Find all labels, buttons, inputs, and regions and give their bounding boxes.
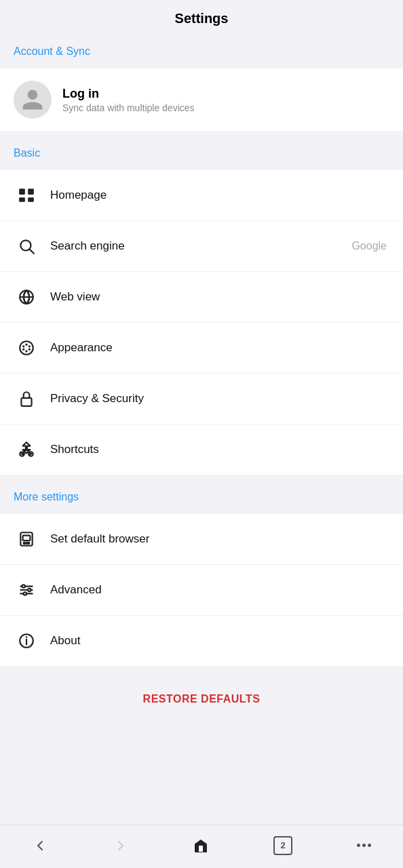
account-card[interactable]: Log in Sync data with multiple devices xyxy=(0,68,403,131)
svg-point-8 xyxy=(20,341,33,355)
homepage-item[interactable]: Homepage xyxy=(0,170,403,221)
account-sync-label: Account & Sync xyxy=(0,35,403,63)
web-view-label: Web view xyxy=(50,290,389,304)
search-engine-label: Search engine xyxy=(50,239,351,253)
svg-rect-1 xyxy=(28,189,34,195)
forward-icon xyxy=(113,837,129,854)
user-icon xyxy=(20,87,45,112)
search-icon xyxy=(14,233,39,259)
lock-icon xyxy=(14,386,39,412)
account-info: Log in Sync data with multiple devices xyxy=(62,87,195,113)
svg-point-9 xyxy=(22,345,24,347)
svg-point-31 xyxy=(26,637,26,637)
svg-rect-3 xyxy=(28,197,34,202)
bottom-nav: 2 xyxy=(0,825,403,868)
menu-button[interactable] xyxy=(346,838,382,852)
svg-point-28 xyxy=(24,592,26,595)
forward-button[interactable] xyxy=(102,832,140,859)
search-engine-value: Google xyxy=(351,240,387,252)
appearance-item[interactable]: Appearance xyxy=(0,323,403,374)
menu-dots-icon xyxy=(357,844,371,847)
homepage-label: Homepage xyxy=(50,189,389,202)
restore-defaults-button[interactable]: RESTORE DEFAULTS xyxy=(143,693,261,705)
home-button[interactable] xyxy=(182,832,220,859)
restore-section: RESTORE DEFAULTS xyxy=(0,671,403,722)
svg-point-13 xyxy=(25,350,27,352)
back-button[interactable] xyxy=(21,832,59,859)
search-engine-item[interactable]: Search engine Google xyxy=(0,221,403,272)
settings-content: Account & Sync Log in Sync data with mul… xyxy=(0,35,403,825)
tabs-button[interactable]: 2 xyxy=(263,831,303,861)
appearance-icon xyxy=(14,335,39,361)
shortcuts-icon xyxy=(14,437,39,462)
settings-header: Settings xyxy=(0,0,403,35)
advanced-icon xyxy=(14,577,39,603)
advanced-item[interactable]: Advanced xyxy=(0,565,403,616)
more-settings-label: More settings xyxy=(0,480,403,509)
svg-point-21 xyxy=(26,542,27,544)
homepage-icon xyxy=(14,182,39,208)
svg-point-12 xyxy=(28,349,31,351)
webview-icon xyxy=(14,284,39,310)
shortcuts-label: Shortcuts xyxy=(50,443,389,456)
shortcuts-item[interactable]: Shortcuts xyxy=(0,425,403,475)
set-default-browser-item[interactable]: Set default browser xyxy=(0,514,403,565)
svg-rect-19 xyxy=(23,536,31,541)
default-browser-icon xyxy=(14,526,39,552)
svg-point-11 xyxy=(28,345,31,347)
avatar xyxy=(14,81,52,119)
back-icon xyxy=(32,837,48,854)
svg-rect-2 xyxy=(19,197,25,202)
svg-point-14 xyxy=(22,349,24,351)
svg-point-27 xyxy=(28,589,31,591)
tabs-badge: 2 xyxy=(273,836,292,855)
svg-point-20 xyxy=(24,542,25,544)
svg-rect-15 xyxy=(21,398,31,406)
about-icon xyxy=(14,628,39,654)
login-subtitle: Sync data with multiple devices xyxy=(62,102,195,113)
svg-line-5 xyxy=(30,250,34,254)
web-view-item[interactable]: Web view xyxy=(0,272,403,323)
svg-point-26 xyxy=(22,585,25,587)
svg-point-10 xyxy=(25,344,27,346)
about-item[interactable]: About xyxy=(0,616,403,666)
svg-point-22 xyxy=(28,542,29,544)
about-label: About xyxy=(50,634,389,648)
appearance-label: Appearance xyxy=(50,341,389,355)
login-title: Log in xyxy=(62,87,195,101)
set-default-browser-label: Set default browser xyxy=(50,532,389,546)
privacy-security-item[interactable]: Privacy & Security xyxy=(0,374,403,425)
more-settings-section: Set default browser Advanced xyxy=(0,514,403,666)
svg-rect-0 xyxy=(19,189,25,195)
privacy-security-label: Privacy & Security xyxy=(50,392,389,406)
basic-settings-section: Homepage Search engine Google W xyxy=(0,170,403,475)
home-icon xyxy=(193,837,209,854)
page-title: Settings xyxy=(175,11,229,26)
svg-rect-32 xyxy=(199,846,203,852)
basic-section-label: Basic xyxy=(0,136,403,165)
advanced-label: Advanced xyxy=(50,583,389,597)
